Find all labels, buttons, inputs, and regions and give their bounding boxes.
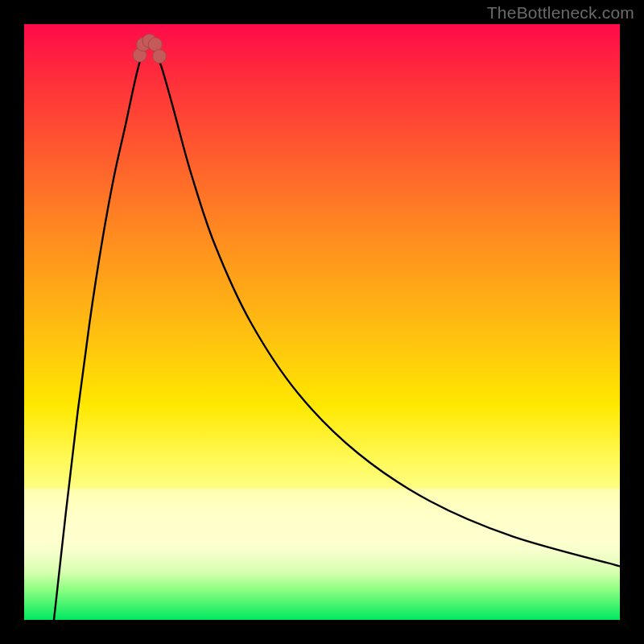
notch-dot <box>152 49 166 63</box>
notch-marker <box>133 34 166 63</box>
outer-frame: TheBottleneck.com <box>0 0 644 644</box>
watermark-text: TheBottleneck.com <box>487 3 634 23</box>
bottleneck-curve <box>54 42 620 620</box>
plot-area <box>24 24 620 620</box>
curve-layer <box>24 24 620 620</box>
